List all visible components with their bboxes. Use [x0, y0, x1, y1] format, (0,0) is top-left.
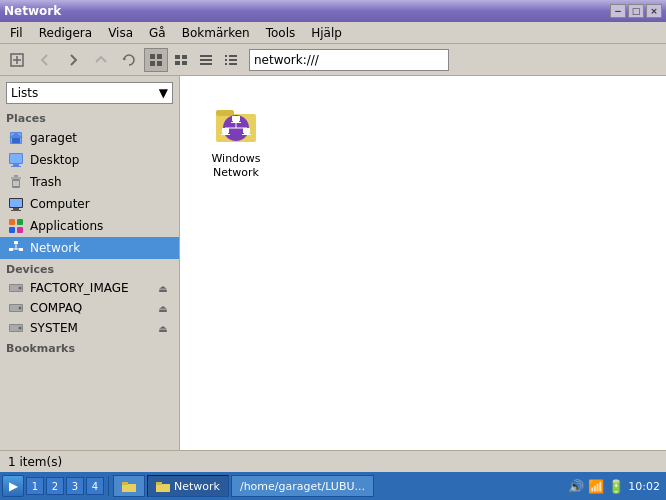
details-view-button[interactable] — [219, 48, 243, 72]
network-icon — [8, 240, 24, 256]
sidebar-item-applications-label: Applications — [30, 219, 103, 233]
svg-rect-7 — [175, 55, 180, 59]
battery-icon[interactable]: 🔋 — [608, 479, 624, 494]
sidebar-item-garaget-label: garaget — [30, 131, 77, 145]
lists-dropdown[interactable]: Lists ▼ — [6, 82, 173, 104]
sidebar-item-factory-image[interactable]: FACTORY_IMAGE ⏏ — [0, 278, 179, 298]
svg-point-50 — [19, 287, 22, 290]
svg-rect-75 — [156, 482, 162, 485]
svg-rect-8 — [182, 55, 187, 59]
back-button[interactable] — [32, 47, 58, 73]
places-section-label: Places — [0, 108, 179, 127]
list-view-button[interactable] — [194, 48, 218, 72]
sidebar-item-garaget[interactable]: garaget — [0, 127, 179, 149]
svg-rect-67 — [244, 133, 249, 134]
taskbar-num-4[interactable]: 4 — [86, 477, 104, 495]
menu-hjalp[interactable]: Hjälp — [305, 24, 348, 42]
sidebar-item-network[interactable]: Network — [0, 237, 179, 259]
minimize-button[interactable]: − — [610, 4, 626, 18]
factory-image-eject-button[interactable]: ⏏ — [155, 280, 171, 296]
svg-rect-37 — [11, 210, 21, 211]
svg-rect-39 — [17, 219, 23, 225]
volume-icon[interactable]: 🔊 — [568, 479, 584, 494]
svg-rect-11 — [200, 55, 212, 57]
sidebar-item-desktop-label: Desktop — [30, 153, 80, 167]
content-area: Windows Network — [180, 76, 666, 450]
drive-icon-factory — [8, 280, 24, 296]
icon-view-button[interactable] — [144, 48, 168, 72]
menu-visa[interactable]: Visa — [102, 24, 139, 42]
menu-fil[interactable]: Fil — [4, 24, 29, 42]
system-eject-button[interactable]: ⏏ — [155, 320, 171, 336]
windows-network-item[interactable]: Windows Network — [196, 92, 276, 189]
menu-tools[interactable]: Tools — [260, 24, 302, 42]
svg-rect-60 — [232, 116, 240, 121]
new-tab-button[interactable] — [4, 47, 30, 73]
compact-view-button[interactable] — [169, 48, 193, 72]
taskbar-filemanager-icon[interactable] — [113, 475, 145, 497]
maximize-button[interactable]: □ — [628, 4, 644, 18]
forward-button[interactable] — [60, 47, 86, 73]
sidebar-item-system[interactable]: SYSTEM ⏏ — [0, 318, 179, 338]
taskbar-path[interactable]: /home/garaget/LUBU... — [231, 475, 374, 497]
taskbar-num-2[interactable]: 2 — [46, 477, 64, 495]
svg-rect-13 — [200, 63, 212, 65]
sidebar-item-network-label: Network — [30, 241, 80, 255]
svg-point-53 — [19, 307, 22, 310]
lists-dropdown-label: Lists — [11, 86, 38, 100]
svg-rect-36 — [13, 208, 19, 210]
svg-rect-40 — [9, 227, 15, 233]
sidebar-item-trash[interactable]: Trash — [0, 171, 179, 193]
taskbar-num-3[interactable]: 3 — [66, 477, 84, 495]
sidebar-item-compaq[interactable]: COMPAQ ⏏ — [0, 298, 179, 318]
svg-rect-3 — [150, 54, 155, 59]
taskbar-num-1[interactable]: 1 — [26, 477, 44, 495]
svg-rect-27 — [11, 166, 21, 167]
location-input[interactable]: network:/// — [249, 49, 449, 71]
sidebar-item-trash-label: Trash — [30, 175, 62, 189]
svg-rect-68 — [242, 134, 251, 135]
svg-rect-58 — [216, 110, 234, 116]
computer-icon — [8, 196, 24, 212]
svg-rect-26 — [13, 164, 19, 166]
chevron-down-icon: ▼ — [159, 86, 168, 100]
menu-bar: Fil Redigera Visa Gå Bokmärken Tools Hjä… — [0, 22, 666, 44]
svg-rect-5 — [150, 61, 155, 66]
svg-rect-64 — [223, 133, 228, 134]
reload-button[interactable] — [116, 47, 142, 73]
sidebar-item-computer[interactable]: Computer — [0, 193, 179, 215]
close-button[interactable]: × — [646, 4, 662, 18]
toolbar: network:/// — [0, 44, 666, 76]
menu-bokmarken[interactable]: Bokmärken — [176, 24, 256, 42]
trash-icon — [8, 174, 24, 190]
svg-rect-66 — [243, 128, 250, 133]
file-grid: Windows Network — [196, 92, 650, 189]
svg-rect-73 — [122, 482, 128, 485]
status-bar: 1 item(s) — [0, 450, 666, 472]
svg-rect-14 — [225, 55, 227, 57]
svg-rect-4 — [157, 54, 162, 59]
svg-rect-18 — [225, 63, 227, 65]
svg-rect-63 — [222, 128, 229, 133]
sidebar: Lists ▼ Places garaget — [0, 76, 180, 450]
windows-network-label: Windows Network — [200, 152, 272, 181]
svg-rect-15 — [229, 55, 237, 57]
status-text: 1 item(s) — [8, 455, 62, 469]
menu-redigera[interactable]: Redigera — [33, 24, 98, 42]
sidebar-item-applications[interactable]: Applications — [0, 215, 179, 237]
windows-network-icon — [212, 100, 260, 148]
up-button[interactable] — [88, 47, 114, 73]
network-tray-icon[interactable]: 📶 — [588, 479, 604, 494]
taskbar-network-label: Network — [174, 480, 220, 493]
main-area: Lists ▼ Places garaget — [0, 76, 666, 450]
sidebar-item-desktop[interactable]: Desktop — [0, 149, 179, 171]
system-label: SYSTEM — [30, 321, 149, 335]
factory-image-label: FACTORY_IMAGE — [30, 281, 149, 295]
sidebar-item-computer-label: Computer — [30, 197, 90, 211]
menu-ga[interactable]: Gå — [143, 24, 172, 42]
taskbar-path-label: /home/garaget/LUBU... — [240, 480, 365, 493]
compaq-eject-button[interactable]: ⏏ — [155, 300, 171, 316]
applications-icon — [8, 218, 24, 234]
start-button[interactable]: ▶ — [2, 475, 24, 497]
taskbar-network-window[interactable]: Network — [147, 475, 229, 497]
